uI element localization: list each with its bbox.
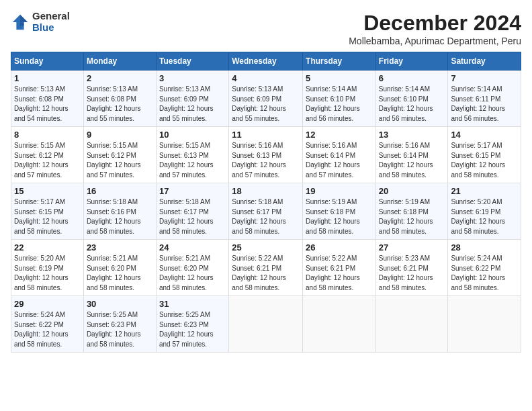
day-number: 11 [232,130,300,140]
calendar-cell-3: 3Sunrise: 5:13 AMSunset: 6:09 PMDaylight… [156,71,228,127]
day-number: 6 [379,73,445,83]
day-info: Sunrise: 5:13 AMSunset: 6:09 PMDaylight:… [232,85,300,124]
day-number: 27 [379,242,445,253]
calendar-cell-empty [375,296,448,353]
day-info: Sunrise: 5:21 AMSunset: 6:20 PMDaylight:… [87,254,153,293]
day-info: Sunrise: 5:24 AMSunset: 6:22 PMDaylight:… [14,310,81,349]
day-number: 16 [87,186,153,196]
calendar-cell-30: 30Sunrise: 5:25 AMSunset: 6:23 PMDayligh… [83,296,156,353]
calendar-cell-2: 2Sunrise: 5:13 AMSunset: 6:08 PMDaylight… [83,71,156,127]
logo-icon [11,13,30,32]
week-row-4: 22Sunrise: 5:20 AMSunset: 6:19 PMDayligh… [11,240,521,296]
day-number: 29 [14,299,81,309]
day-info: Sunrise: 5:18 AMSunset: 6:17 PMDaylight:… [232,197,300,236]
calendar-cell-14: 14Sunrise: 5:17 AMSunset: 6:15 PMDayligh… [448,127,521,183]
calendar-cell-4: 4Sunrise: 5:13 AMSunset: 6:09 PMDaylight… [229,71,303,127]
calendar-cell-19: 19Sunrise: 5:19 AMSunset: 6:18 PMDayligh… [303,183,376,240]
day-number: 15 [14,186,81,196]
calendar-cell-8: 8Sunrise: 5:15 AMSunset: 6:12 PMDaylight… [11,127,84,183]
days-header-row: Sunday Monday Tuesday Wednesday Thursday… [11,52,521,71]
calendar-cell-23: 23Sunrise: 5:21 AMSunset: 6:20 PMDayligh… [83,240,156,296]
day-info: Sunrise: 5:15 AMSunset: 6:13 PMDaylight:… [159,141,226,180]
calendar-cell-31: 31Sunrise: 5:25 AMSunset: 6:23 PMDayligh… [156,296,228,353]
calendar-cell-28: 28Sunrise: 5:24 AMSunset: 6:22 PMDayligh… [448,240,521,296]
day-number: 9 [87,130,153,140]
calendar-cell-15: 15Sunrise: 5:17 AMSunset: 6:15 PMDayligh… [11,183,84,240]
logo-text: General Blue [32,11,70,33]
day-info: Sunrise: 5:18 AMSunset: 6:17 PMDaylight:… [159,197,226,236]
calendar-cell-16: 16Sunrise: 5:18 AMSunset: 6:16 PMDayligh… [83,183,156,240]
calendar-cell-13: 13Sunrise: 5:16 AMSunset: 6:14 PMDayligh… [375,127,448,183]
day-number: 18 [232,186,300,196]
day-number: 14 [451,130,518,140]
day-info: Sunrise: 5:20 AMSunset: 6:19 PMDaylight:… [451,197,518,236]
day-info: Sunrise: 5:22 AMSunset: 6:21 PMDaylight:… [306,254,373,293]
logo-general-label: General [32,11,70,22]
calendar-cell-1: 1Sunrise: 5:13 AMSunset: 6:08 PMDaylight… [11,71,84,127]
calendar-cell-9: 9Sunrise: 5:15 AMSunset: 6:12 PMDaylight… [83,127,156,183]
day-info: Sunrise: 5:16 AMSunset: 6:13 PMDaylight:… [232,141,300,180]
calendar-cell-10: 10Sunrise: 5:15 AMSunset: 6:13 PMDayligh… [156,127,228,183]
day-info: Sunrise: 5:13 AMSunset: 6:08 PMDaylight:… [14,85,81,124]
week-row-3: 15Sunrise: 5:17 AMSunset: 6:15 PMDayligh… [11,183,521,240]
day-info: Sunrise: 5:23 AMSunset: 6:21 PMDaylight:… [379,254,445,293]
day-info: Sunrise: 5:17 AMSunset: 6:15 PMDaylight:… [14,197,81,236]
week-row-2: 8Sunrise: 5:15 AMSunset: 6:12 PMDaylight… [11,127,521,183]
day-number: 4 [232,73,300,83]
calendar-cell-empty [303,296,376,353]
day-number: 19 [306,186,373,196]
header-thursday: Thursday [303,52,376,71]
day-number: 10 [159,130,226,140]
day-info: Sunrise: 5:14 AMSunset: 6:10 PMDaylight:… [306,85,373,124]
calendar-cell-18: 18Sunrise: 5:18 AMSunset: 6:17 PMDayligh… [229,183,303,240]
svg-marker-1 [20,14,28,26]
day-number: 13 [379,130,445,140]
day-info: Sunrise: 5:13 AMSunset: 6:09 PMDaylight:… [159,85,226,124]
week-row-5: 29Sunrise: 5:24 AMSunset: 6:22 PMDayligh… [11,296,521,353]
day-info: Sunrise: 5:25 AMSunset: 6:23 PMDaylight:… [159,310,226,349]
day-info: Sunrise: 5:25 AMSunset: 6:23 PMDaylight:… [87,310,153,349]
day-number: 20 [379,186,445,196]
day-number: 12 [306,130,373,140]
logo: General Blue [11,11,70,33]
calendar-cell-21: 21Sunrise: 5:20 AMSunset: 6:19 PMDayligh… [448,183,521,240]
header-tuesday: Tuesday [156,52,228,71]
calendar-cell-20: 20Sunrise: 5:19 AMSunset: 6:18 PMDayligh… [375,183,448,240]
day-number: 30 [87,299,153,309]
day-info: Sunrise: 5:24 AMSunset: 6:22 PMDaylight:… [451,254,518,293]
day-number: 5 [306,73,373,83]
day-info: Sunrise: 5:16 AMSunset: 6:14 PMDaylight:… [306,141,373,180]
title-section: December 2024 Mollebamba, Apurimac Depar… [349,11,521,46]
header: General Blue December 2024 Mollebamba, A… [11,11,521,46]
day-info: Sunrise: 5:21 AMSunset: 6:20 PMDaylight:… [159,254,226,293]
week-row-1: 1Sunrise: 5:13 AMSunset: 6:08 PMDaylight… [11,71,521,127]
day-number: 28 [451,242,518,253]
calendar-cell-7: 7Sunrise: 5:14 AMSunset: 6:11 PMDaylight… [448,71,521,127]
calendar-cell-empty [229,296,303,353]
day-number: 25 [232,242,300,253]
calendar-cell-26: 26Sunrise: 5:22 AMSunset: 6:21 PMDayligh… [303,240,376,296]
calendar-cell-27: 27Sunrise: 5:23 AMSunset: 6:21 PMDayligh… [375,240,448,296]
day-info: Sunrise: 5:16 AMSunset: 6:14 PMDaylight:… [379,141,445,180]
day-number: 17 [159,186,226,196]
day-number: 7 [451,73,518,83]
day-number: 23 [87,242,153,253]
day-info: Sunrise: 5:14 AMSunset: 6:10 PMDaylight:… [379,85,445,124]
day-number: 3 [159,73,226,83]
header-wednesday: Wednesday [229,52,303,71]
day-number: 26 [306,242,373,253]
month-title: December 2024 [349,11,521,36]
calendar-cell-22: 22Sunrise: 5:20 AMSunset: 6:19 PMDayligh… [11,240,84,296]
day-info: Sunrise: 5:19 AMSunset: 6:18 PMDaylight:… [379,197,445,236]
calendar-cell-6: 6Sunrise: 5:14 AMSunset: 6:10 PMDaylight… [375,71,448,127]
day-info: Sunrise: 5:18 AMSunset: 6:16 PMDaylight:… [87,197,153,236]
calendar-cell-12: 12Sunrise: 5:16 AMSunset: 6:14 PMDayligh… [303,127,376,183]
header-monday: Monday [83,52,156,71]
day-info: Sunrise: 5:19 AMSunset: 6:18 PMDaylight:… [306,197,373,236]
day-info: Sunrise: 5:20 AMSunset: 6:19 PMDaylight:… [14,254,81,293]
calendar-cell-17: 17Sunrise: 5:18 AMSunset: 6:17 PMDayligh… [156,183,228,240]
day-number: 21 [451,186,518,196]
calendar-cell-24: 24Sunrise: 5:21 AMSunset: 6:20 PMDayligh… [156,240,228,296]
day-number: 8 [14,130,81,140]
calendar-cell-25: 25Sunrise: 5:22 AMSunset: 6:21 PMDayligh… [229,240,303,296]
